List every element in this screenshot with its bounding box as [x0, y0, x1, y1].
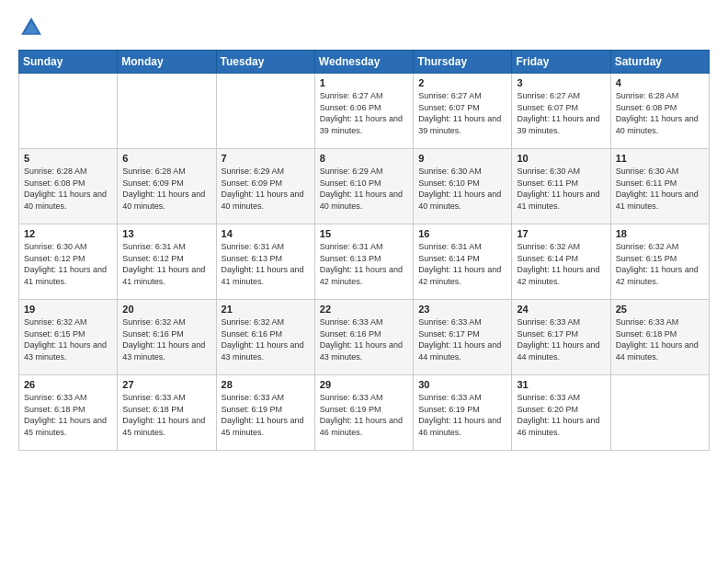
calendar-cell: 1Sunrise: 6:27 AM Sunset: 6:06 PM Daylig… — [314, 74, 413, 149]
day-info: Sunrise: 6:30 AM Sunset: 6:12 PM Dayligh… — [24, 241, 112, 287]
day-info: Sunrise: 6:30 AM Sunset: 6:10 PM Dayligh… — [418, 166, 506, 212]
day-info: Sunrise: 6:33 AM Sunset: 6:16 PM Dayligh… — [320, 316, 408, 362]
day-info: Sunrise: 6:30 AM Sunset: 6:11 PM Dayligh… — [616, 166, 704, 212]
day-number: 16 — [418, 228, 506, 239]
day-info: Sunrise: 6:29 AM Sunset: 6:10 PM Dayligh… — [320, 166, 408, 212]
day-info: Sunrise: 6:31 AM Sunset: 6:13 PM Dayligh… — [222, 241, 310, 287]
day-number: 31 — [517, 379, 605, 390]
day-number: 28 — [222, 379, 310, 390]
calendar-cell: 9Sunrise: 6:30 AM Sunset: 6:10 PM Daylig… — [414, 149, 512, 224]
day-info: Sunrise: 6:32 AM Sunset: 6:16 PM Dayligh… — [222, 316, 310, 362]
day-number: 5 — [24, 153, 112, 164]
calendar-week-3: 12Sunrise: 6:30 AM Sunset: 6:12 PM Dayli… — [19, 224, 710, 300]
day-number: 18 — [616, 228, 704, 239]
day-number: 20 — [122, 304, 210, 315]
calendar-cell: 30Sunrise: 6:33 AM Sunset: 6:19 PM Dayli… — [414, 375, 512, 451]
calendar-cell — [118, 74, 216, 149]
day-info: Sunrise: 6:30 AM Sunset: 6:11 PM Dayligh… — [517, 166, 605, 212]
calendar-cell: 13Sunrise: 6:31 AM Sunset: 6:12 PM Dayli… — [118, 224, 216, 300]
day-number: 6 — [122, 153, 210, 164]
day-info: Sunrise: 6:33 AM Sunset: 6:18 PM Dayligh… — [122, 392, 210, 438]
calendar-week-5: 26Sunrise: 6:33 AM Sunset: 6:18 PM Dayli… — [19, 375, 710, 451]
day-header-thursday: Thursday — [414, 51, 512, 74]
day-number: 30 — [418, 379, 506, 390]
day-number: 15 — [320, 228, 408, 239]
day-header-wednesday: Wednesday — [314, 51, 413, 74]
calendar-cell: 18Sunrise: 6:32 AM Sunset: 6:15 PM Dayli… — [610, 224, 709, 300]
calendar-cell: 22Sunrise: 6:33 AM Sunset: 6:16 PM Dayli… — [314, 300, 413, 375]
day-number: 17 — [517, 228, 605, 239]
logo — [18, 15, 48, 40]
day-info: Sunrise: 6:28 AM Sunset: 6:08 PM Dayligh… — [616, 90, 704, 136]
calendar-cell: 28Sunrise: 6:33 AM Sunset: 6:19 PM Dayli… — [216, 375, 314, 451]
calendar-cell: 4Sunrise: 6:28 AM Sunset: 6:08 PM Daylig… — [610, 74, 709, 149]
calendar-cell: 21Sunrise: 6:32 AM Sunset: 6:16 PM Dayli… — [216, 300, 314, 375]
calendar-cell: 7Sunrise: 6:29 AM Sunset: 6:09 PM Daylig… — [216, 149, 314, 224]
header — [18, 15, 710, 40]
logo-icon — [18, 15, 44, 40]
day-number: 21 — [222, 304, 310, 315]
day-header-tuesday: Tuesday — [216, 51, 314, 74]
calendar-cell: 12Sunrise: 6:30 AM Sunset: 6:12 PM Dayli… — [19, 224, 118, 300]
day-info: Sunrise: 6:33 AM Sunset: 6:17 PM Dayligh… — [418, 316, 506, 362]
calendar-cell: 24Sunrise: 6:33 AM Sunset: 6:17 PM Dayli… — [512, 300, 610, 375]
calendar-cell: 2Sunrise: 6:27 AM Sunset: 6:07 PM Daylig… — [414, 74, 512, 149]
calendar-header-row: SundayMondayTuesdayWednesdayThursdayFrid… — [19, 51, 710, 74]
day-number: 9 — [418, 153, 506, 164]
day-info: Sunrise: 6:33 AM Sunset: 6:20 PM Dayligh… — [517, 392, 605, 438]
calendar-cell: 3Sunrise: 6:27 AM Sunset: 6:07 PM Daylig… — [512, 74, 610, 149]
calendar-cell: 23Sunrise: 6:33 AM Sunset: 6:17 PM Dayli… — [414, 300, 512, 375]
page: SundayMondayTuesdayWednesdayThursdayFrid… — [0, 0, 728, 563]
day-info: Sunrise: 6:27 AM Sunset: 6:07 PM Dayligh… — [517, 90, 605, 136]
day-number: 29 — [320, 379, 408, 390]
calendar-cell: 8Sunrise: 6:29 AM Sunset: 6:10 PM Daylig… — [314, 149, 413, 224]
calendar-cell: 6Sunrise: 6:28 AM Sunset: 6:09 PM Daylig… — [118, 149, 216, 224]
day-info: Sunrise: 6:33 AM Sunset: 6:18 PM Dayligh… — [24, 392, 112, 438]
calendar-week-1: 1Sunrise: 6:27 AM Sunset: 6:06 PM Daylig… — [19, 74, 710, 149]
day-info: Sunrise: 6:33 AM Sunset: 6:18 PM Dayligh… — [616, 316, 704, 362]
calendar-cell: 14Sunrise: 6:31 AM Sunset: 6:13 PM Dayli… — [216, 224, 314, 300]
day-number: 19 — [24, 304, 112, 315]
calendar-cell: 31Sunrise: 6:33 AM Sunset: 6:20 PM Dayli… — [512, 375, 610, 451]
day-info: Sunrise: 6:33 AM Sunset: 6:19 PM Dayligh… — [222, 392, 310, 438]
day-number: 23 — [418, 304, 506, 315]
calendar-cell: 10Sunrise: 6:30 AM Sunset: 6:11 PM Dayli… — [512, 149, 610, 224]
day-number: 8 — [320, 153, 408, 164]
calendar-cell: 29Sunrise: 6:33 AM Sunset: 6:19 PM Dayli… — [314, 375, 413, 451]
day-number: 24 — [517, 304, 605, 315]
day-info: Sunrise: 6:32 AM Sunset: 6:15 PM Dayligh… — [616, 241, 704, 287]
calendar-cell: 15Sunrise: 6:31 AM Sunset: 6:13 PM Dayli… — [314, 224, 413, 300]
calendar-cell: 25Sunrise: 6:33 AM Sunset: 6:18 PM Dayli… — [610, 300, 709, 375]
day-header-saturday: Saturday — [610, 51, 709, 74]
day-number: 11 — [616, 153, 704, 164]
day-number: 22 — [320, 304, 408, 315]
day-number: 26 — [24, 379, 112, 390]
calendar-cell: 16Sunrise: 6:31 AM Sunset: 6:14 PM Dayli… — [414, 224, 512, 300]
day-info: Sunrise: 6:27 AM Sunset: 6:06 PM Dayligh… — [320, 90, 408, 136]
day-number: 4 — [616, 77, 704, 88]
day-number: 12 — [24, 228, 112, 239]
day-number: 13 — [122, 228, 210, 239]
calendar-cell: 26Sunrise: 6:33 AM Sunset: 6:18 PM Dayli… — [19, 375, 118, 451]
day-info: Sunrise: 6:32 AM Sunset: 6:15 PM Dayligh… — [24, 316, 112, 362]
day-header-sunday: Sunday — [19, 51, 118, 74]
calendar-cell: 17Sunrise: 6:32 AM Sunset: 6:14 PM Dayli… — [512, 224, 610, 300]
day-number: 27 — [122, 379, 210, 390]
calendar-cell: 20Sunrise: 6:32 AM Sunset: 6:16 PM Dayli… — [118, 300, 216, 375]
day-number: 14 — [222, 228, 310, 239]
day-info: Sunrise: 6:33 AM Sunset: 6:17 PM Dayligh… — [517, 316, 605, 362]
calendar-cell: 5Sunrise: 6:28 AM Sunset: 6:08 PM Daylig… — [19, 149, 118, 224]
day-info: Sunrise: 6:32 AM Sunset: 6:14 PM Dayligh… — [517, 241, 605, 287]
day-info: Sunrise: 6:31 AM Sunset: 6:12 PM Dayligh… — [122, 241, 210, 287]
calendar-cell: 11Sunrise: 6:30 AM Sunset: 6:11 PM Dayli… — [610, 149, 709, 224]
day-info: Sunrise: 6:33 AM Sunset: 6:19 PM Dayligh… — [418, 392, 506, 438]
day-info: Sunrise: 6:33 AM Sunset: 6:19 PM Dayligh… — [320, 392, 408, 438]
day-info: Sunrise: 6:28 AM Sunset: 6:08 PM Dayligh… — [24, 166, 112, 212]
day-number: 10 — [517, 153, 605, 164]
day-info: Sunrise: 6:31 AM Sunset: 6:14 PM Dayligh… — [418, 241, 506, 287]
calendar-week-2: 5Sunrise: 6:28 AM Sunset: 6:08 PM Daylig… — [19, 149, 710, 224]
calendar-week-4: 19Sunrise: 6:32 AM Sunset: 6:15 PM Dayli… — [19, 300, 710, 375]
day-info: Sunrise: 6:27 AM Sunset: 6:07 PM Dayligh… — [418, 90, 506, 136]
day-info: Sunrise: 6:31 AM Sunset: 6:13 PM Dayligh… — [320, 241, 408, 287]
calendar-cell: 27Sunrise: 6:33 AM Sunset: 6:18 PM Dayli… — [118, 375, 216, 451]
